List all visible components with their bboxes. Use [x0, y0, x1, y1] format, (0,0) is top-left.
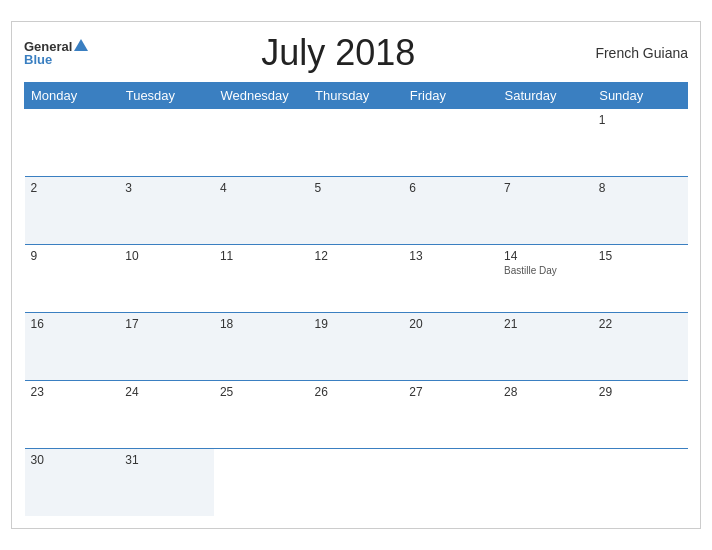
day-cell [309, 108, 404, 176]
week-row-2: 2345678 [25, 176, 688, 244]
calendar-header: General Blue July 2018 French Guiana [24, 32, 688, 74]
day-number: 5 [315, 181, 398, 195]
day-number: 22 [599, 317, 682, 331]
day-cell [214, 108, 309, 176]
week-row-3: 91011121314Bastille Day15 [25, 244, 688, 312]
day-cell: 19 [309, 312, 404, 380]
week-row-1: 1 [25, 108, 688, 176]
day-cell: 21 [498, 312, 593, 380]
weekday-header-tuesday: Tuesday [119, 82, 214, 108]
weekday-header-wednesday: Wednesday [214, 82, 309, 108]
region-label: French Guiana [588, 45, 688, 61]
weekday-header-monday: Monday [25, 82, 120, 108]
day-number: 31 [125, 453, 208, 467]
holiday-label: Bastille Day [504, 265, 587, 276]
day-number: 17 [125, 317, 208, 331]
day-number: 27 [409, 385, 492, 399]
day-cell [403, 448, 498, 516]
day-number: 9 [31, 249, 114, 263]
logo: General Blue [24, 39, 88, 67]
day-cell: 9 [25, 244, 120, 312]
day-number: 26 [315, 385, 398, 399]
day-cell: 12 [309, 244, 404, 312]
day-cell: 7 [498, 176, 593, 244]
day-cell [498, 448, 593, 516]
day-number: 6 [409, 181, 492, 195]
day-cell [214, 448, 309, 516]
day-cell: 20 [403, 312, 498, 380]
weekday-header-saturday: Saturday [498, 82, 593, 108]
week-row-4: 16171819202122 [25, 312, 688, 380]
day-number: 1 [599, 113, 682, 127]
calendar-title: July 2018 [88, 32, 588, 74]
day-cell [403, 108, 498, 176]
day-cell: 16 [25, 312, 120, 380]
day-number: 16 [31, 317, 114, 331]
day-cell: 27 [403, 380, 498, 448]
day-cell: 24 [119, 380, 214, 448]
calendar-grid: MondayTuesdayWednesdayThursdayFridaySatu… [24, 82, 688, 517]
day-cell: 17 [119, 312, 214, 380]
day-number: 8 [599, 181, 682, 195]
day-number: 28 [504, 385, 587, 399]
day-number: 4 [220, 181, 303, 195]
day-number: 19 [315, 317, 398, 331]
weekday-header-sunday: Sunday [593, 82, 688, 108]
day-number: 14 [504, 249, 587, 263]
weekday-header-thursday: Thursday [309, 82, 404, 108]
day-number: 23 [31, 385, 114, 399]
logo-triangle-icon [74, 39, 88, 51]
day-cell: 29 [593, 380, 688, 448]
day-cell [498, 108, 593, 176]
weekday-header-friday: Friday [403, 82, 498, 108]
day-number: 2 [31, 181, 114, 195]
day-number: 13 [409, 249, 492, 263]
day-cell: 31 [119, 448, 214, 516]
day-cell [309, 448, 404, 516]
day-cell: 25 [214, 380, 309, 448]
day-cell: 5 [309, 176, 404, 244]
day-number: 29 [599, 385, 682, 399]
day-cell: 15 [593, 244, 688, 312]
weekday-header-row: MondayTuesdayWednesdayThursdayFridaySatu… [25, 82, 688, 108]
day-cell: 11 [214, 244, 309, 312]
day-cell: 13 [403, 244, 498, 312]
day-number: 11 [220, 249, 303, 263]
week-row-5: 23242526272829 [25, 380, 688, 448]
day-cell [119, 108, 214, 176]
day-cell: 4 [214, 176, 309, 244]
day-cell: 30 [25, 448, 120, 516]
day-cell: 3 [119, 176, 214, 244]
day-cell: 14Bastille Day [498, 244, 593, 312]
day-number: 15 [599, 249, 682, 263]
day-cell: 18 [214, 312, 309, 380]
day-number: 10 [125, 249, 208, 263]
day-cell: 8 [593, 176, 688, 244]
day-number: 12 [315, 249, 398, 263]
week-row-6: 3031 [25, 448, 688, 516]
day-number: 7 [504, 181, 587, 195]
day-cell: 6 [403, 176, 498, 244]
day-cell: 23 [25, 380, 120, 448]
day-cell: 22 [593, 312, 688, 380]
day-cell: 10 [119, 244, 214, 312]
calendar-container: General Blue July 2018 French Guiana Mon… [11, 21, 701, 530]
day-cell: 28 [498, 380, 593, 448]
day-number: 25 [220, 385, 303, 399]
day-cell: 26 [309, 380, 404, 448]
day-number: 24 [125, 385, 208, 399]
day-cell: 2 [25, 176, 120, 244]
day-cell: 1 [593, 108, 688, 176]
day-cell [25, 108, 120, 176]
day-number: 21 [504, 317, 587, 331]
day-cell [593, 448, 688, 516]
day-number: 30 [31, 453, 114, 467]
day-number: 20 [409, 317, 492, 331]
day-number: 3 [125, 181, 208, 195]
logo-blue-text: Blue [24, 52, 52, 67]
day-number: 18 [220, 317, 303, 331]
